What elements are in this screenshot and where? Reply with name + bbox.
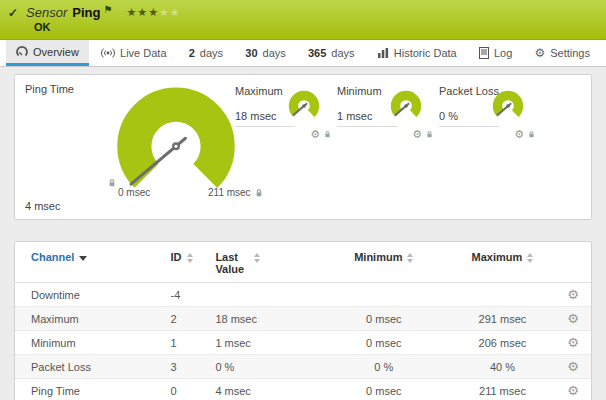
sensor-name: Ping <box>72 5 100 20</box>
channel-settings-gear-icon[interactable]: ⚙ <box>567 359 579 374</box>
table-row: Minimum 1 1 msec 0 msec 206 msec ⚙ <box>15 331 591 355</box>
priority-stars[interactable]: ★★★★★ <box>126 6 180 19</box>
channel-id: 2 <box>165 307 210 331</box>
mini-gauge-value: 1 msec <box>337 110 372 122</box>
sort-icon[interactable] <box>527 253 533 263</box>
channel-settings-gear-icon[interactable]: ⚙ <box>567 383 579 398</box>
tab-historic-data[interactable]: Historic Data <box>367 40 467 66</box>
column-header-settings <box>561 242 591 283</box>
lock-icon[interactable] <box>324 130 331 139</box>
current-value: 4 msec <box>25 200 60 212</box>
mini-gauge-arc <box>385 89 427 125</box>
mini-gauge-packet-loss: Packet Loss 0 % ⚙ <box>439 85 541 149</box>
chevron-down-icon[interactable] <box>79 256 87 261</box>
stars-filled[interactable]: ★★★ <box>126 6 159 18</box>
mini-gauge-arc <box>283 89 325 125</box>
tab-live-data-label: Live Data <box>120 47 166 59</box>
tab-30-days[interactable]: 30 days <box>235 40 296 66</box>
channel-id: 1 <box>165 331 210 355</box>
mini-gauge-arc <box>487 89 529 125</box>
lock-icon[interactable] <box>108 174 116 192</box>
mini-gauge-value: 0 % <box>439 110 458 122</box>
mini-gauges: Maximum 18 msec ⚙ Minimum 1 msec <box>235 85 541 149</box>
divider <box>439 126 499 127</box>
tab-365-days[interactable]: 365 days <box>298 40 365 66</box>
tab-settings[interactable]: ⚙ Settings <box>524 40 600 66</box>
column-header-maximum[interactable]: Maximum <box>444 242 562 283</box>
status-badge: OK <box>34 21 606 33</box>
column-header-channel[interactable]: Channel <box>15 242 165 283</box>
column-header-minimum[interactable]: Minimum <box>324 242 444 283</box>
stars-empty[interactable]: ★★ <box>159 6 181 18</box>
mini-gauge-maximum: Maximum 18 msec ⚙ <box>235 85 337 149</box>
channel-id: 0 <box>165 379 210 400</box>
column-header-last-value[interactable]: Last Value <box>209 242 324 283</box>
channel-last-value: 1 msec <box>209 331 324 355</box>
channel-minimum: 0 % <box>324 355 444 379</box>
tab-log-label: Log <box>494 47 512 59</box>
tab-log[interactable]: Log <box>469 40 522 66</box>
column-header-maximum-label: Maximum <box>472 251 523 263</box>
channel-table-panel: Channel ID Last Value Minimum Maximum <box>14 241 592 400</box>
channel-name[interactable]: Ping Time <box>15 379 165 400</box>
table-row: Ping Time 0 4 msec 0 msec 211 msec ⚙ <box>15 379 591 400</box>
column-header-minimum-label: Minimum <box>354 251 402 263</box>
tab-2-days-number: 2 <box>189 47 195 59</box>
channel-id: -4 <box>165 283 210 307</box>
column-header-channel-label: Channel <box>31 251 74 263</box>
channel-name[interactable]: Packet Loss <box>15 355 165 379</box>
tab-2-days-unit: days <box>200 47 223 59</box>
channel-last-value: 18 msec <box>209 307 324 331</box>
channel-maximum: 40 % <box>444 355 562 379</box>
status-check-icon: ✓ <box>8 6 18 20</box>
gear-icon[interactable]: ⚙ <box>514 129 524 140</box>
column-header-last-value-label: Last Value <box>215 251 249 275</box>
channel-maximum: 211 msec <box>444 379 562 400</box>
channel-name[interactable]: Maximum <box>15 307 165 331</box>
channel-name[interactable]: Minimum <box>15 331 165 355</box>
channel-last-value: 0 % <box>209 355 324 379</box>
channel-maximum <box>444 283 562 307</box>
channel-settings-gear-icon[interactable]: ⚙ <box>567 287 579 302</box>
column-header-id[interactable]: ID <box>165 242 210 283</box>
lock-icon[interactable] <box>528 130 535 139</box>
channel-minimum: 0 msec <box>324 379 444 400</box>
sensor-type-label: Sensor <box>26 5 67 20</box>
table-row: Downtime -4 ⚙ <box>15 283 591 307</box>
tab-30-days-number: 30 <box>245 47 257 59</box>
channel-id: 3 <box>165 355 210 379</box>
channel-minimum <box>324 283 444 307</box>
lock-icon[interactable] <box>426 130 433 139</box>
gear-icon[interactable]: ⚙ <box>412 129 422 140</box>
channel-minimum: 0 msec <box>324 307 444 331</box>
gear-icon[interactable]: ⚙ <box>310 129 320 140</box>
gauge-scale-min: 0 msec <box>118 187 150 198</box>
gauge-scale-max: 211 msec <box>208 187 251 198</box>
tab-365-days-number: 365 <box>308 47 326 59</box>
gear-icon: ⚙ <box>534 47 545 59</box>
gauge-scale-max-wrap: 211 msec <box>208 187 263 198</box>
sort-icon[interactable] <box>187 253 193 263</box>
sort-icon[interactable] <box>407 253 413 263</box>
panel-title: Ping Time <box>25 83 74 95</box>
column-header-id-label: ID <box>171 251 182 263</box>
channel-last-value <box>209 283 324 307</box>
tab-overview[interactable]: Overview <box>6 40 89 66</box>
tab-live-data[interactable]: Live Data <box>91 40 176 66</box>
channel-name[interactable]: Downtime <box>15 283 165 307</box>
tab-2-days[interactable]: 2 days <box>179 40 233 66</box>
divider <box>235 126 295 127</box>
tab-bar: Overview Live Data 2 days 30 days 365 da… <box>0 40 606 67</box>
table-row: Maximum 2 18 msec 0 msec 291 msec ⚙ <box>15 307 591 331</box>
tab-historic-data-label: Historic Data <box>394 47 457 59</box>
sort-icon[interactable] <box>254 253 260 263</box>
gauge-icon <box>16 46 28 58</box>
document-icon <box>479 47 489 59</box>
bar-chart-icon <box>377 47 389 59</box>
channel-settings-gear-icon[interactable]: ⚙ <box>567 311 579 326</box>
sensor-header: ✓ Sensor Ping ⚑ ★★★★★ OK <box>0 0 606 40</box>
channel-maximum: 206 msec <box>444 331 562 355</box>
divider <box>337 126 397 127</box>
lock-icon[interactable] <box>255 188 263 198</box>
channel-settings-gear-icon[interactable]: ⚙ <box>567 335 579 350</box>
